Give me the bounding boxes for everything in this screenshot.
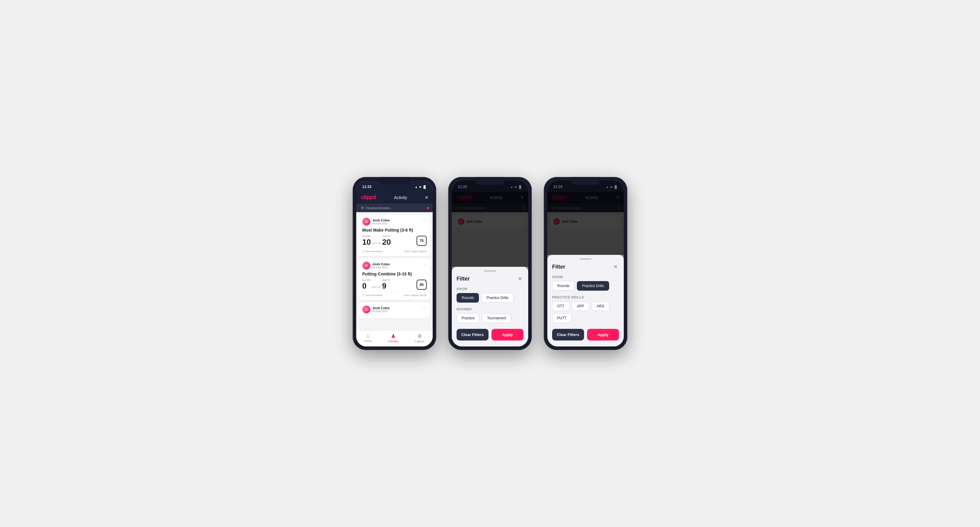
user-info-3: JC Josh Coles 28 Feb 2023 [362, 305, 390, 314]
practice-type-button-2[interactable]: Practice [457, 313, 480, 323]
out-of-1: OUT OF [372, 242, 381, 245]
battery-icon: ▐▌ [423, 185, 427, 189]
status-time-1: 11:33 [362, 185, 371, 189]
shot-quality-badge-2: 45 [417, 279, 427, 290]
avatar-1: JC [362, 217, 371, 226]
ott-button-3[interactable]: OTT [552, 302, 570, 311]
drills-type-buttons-3: OTT APP ARG PUTT [552, 302, 619, 323]
app-header-1: clippd Activity ≡ [356, 192, 433, 203]
filter-footer-2: Clear Filters Apply [457, 329, 523, 340]
activities-icon: ♟ [391, 333, 396, 339]
shot-quality-value-1: 75 [420, 239, 423, 243]
nav-activities[interactable]: ♟ Activities [388, 333, 399, 343]
status-icons-1: ▲ ≋ ▐▌ [415, 185, 427, 189]
score-value-1: 10 [362, 238, 371, 246]
avatar-3: JC [362, 305, 371, 314]
user-name-3: Josh Coles [372, 306, 390, 310]
score-label-2: Score [362, 279, 371, 281]
phone-3: 11:33 ▲ ≋ ▐▌ clippd Activity ≡ ⊞ Viewing… [544, 177, 627, 350]
shot-quality-badge-1: 75 [417, 236, 427, 246]
tournament-type-button-2[interactable]: Tournament [482, 313, 511, 323]
filter-overlay-3: Filter ✕ Show Rounds Practice Drills Pra… [547, 181, 624, 346]
activities-list: JC Josh Coles 28 Feb 2023 ··· Must Make … [356, 212, 433, 330]
avatar-2: JC [362, 262, 371, 270]
activity-title-2: Putting Combine (3-15 ft) [362, 271, 427, 276]
logo-1: clippd [361, 194, 376, 200]
user-date-1: 28 Feb 2023 [372, 222, 390, 225]
filter-backdrop-3[interactable] [547, 181, 624, 255]
nav-home[interactable]: ⌂ Home [364, 333, 371, 343]
shot-quality-value-2: 45 [420, 283, 423, 287]
filter-sheet-2: Filter ✕ Show Rounds Practice Drills Rou… [452, 267, 528, 346]
signal-icon: ▲ [415, 185, 418, 189]
user-name-1: Josh Coles [372, 218, 390, 222]
sheet-handle-3 [579, 259, 592, 260]
filter-icon-1: ⊞ [361, 206, 364, 210]
data-label-1: Data: Clippd Capture [404, 250, 427, 253]
capture-icon: ⊕ [417, 333, 422, 339]
rounds-filter-button-2[interactable]: Rounds [457, 293, 479, 303]
close-filter-button-2[interactable]: ✕ [516, 275, 523, 282]
score-value-2: 0 [362, 282, 371, 290]
activity-card-1: JC Josh Coles 28 Feb 2023 ··· Must Make … [359, 214, 430, 256]
user-name-2: Josh Coles [372, 262, 390, 266]
bottom-nav-1: ⌂ Home ♟ Activities ⊕ Capture [356, 330, 433, 346]
practice-drills-filter-button-2[interactable]: Practice Drills [481, 293, 513, 303]
phone-1: 11:33 ▲ ≋ ▐▌ clippd Activity ≡ ⊞ Viewing… [353, 177, 436, 350]
apply-button-3[interactable]: Apply [587, 329, 619, 340]
shots-label-1: Shots [382, 235, 391, 238]
phone-notch-2 [475, 177, 505, 185]
apply-button-2[interactable]: Apply [492, 329, 523, 340]
filter-title-3: Filter [552, 264, 565, 270]
data-label-2: Data: Clippd Capture [404, 294, 427, 297]
show-buttons-3: Rounds Practice Drills [552, 281, 619, 290]
user-info-2: JC Josh Coles 28 Feb 2023 [362, 262, 390, 270]
score-label-1: Score [362, 235, 371, 238]
nav-home-label: Home [364, 340, 371, 343]
show-label-3: Show [552, 275, 619, 279]
filter-overlay-2: Filter ✕ Show Rounds Practice Drills Rou… [452, 181, 528, 346]
rounds-type-buttons-2: Practice Tournament [457, 313, 523, 323]
show-buttons-2: Rounds Practice Drills [457, 293, 523, 303]
practice-drills-filter-button-3[interactable]: Practice Drills [577, 281, 609, 290]
show-label-2: Show [457, 287, 523, 290]
filter-footer-3: Clear Filters Apply [552, 329, 619, 340]
app-button-3[interactable]: APP [572, 302, 589, 311]
user-date-2: 28 Feb 2023 [372, 266, 390, 269]
drills-section-label-3: Practice Drills [552, 295, 619, 299]
filter-show-section-3: Show Rounds Practice Drills [552, 275, 619, 290]
rounds-filter-button-3[interactable]: Rounds [552, 281, 574, 290]
user-date-3: 28 Feb 2023 [372, 310, 390, 313]
nav-activities-label: Activities [388, 340, 399, 343]
more-button-2[interactable]: ··· [422, 262, 427, 266]
viewing-label-1: Viewing Activities [366, 206, 391, 210]
user-info-1: JC Josh Coles 28 Feb 2023 [362, 217, 390, 226]
clear-filters-button-3[interactable]: Clear Filters [552, 329, 584, 340]
activity-title-1: Must Make Putting (3-6 ft) [362, 228, 427, 232]
header-title-1: Activity [394, 195, 407, 200]
filter-title-2: Filter [457, 276, 470, 282]
more-button-3[interactable]: ··· [422, 305, 427, 310]
filter-rounds-section-2: Rounds Practice Tournament [457, 307, 523, 323]
phone-2: 11:33 ▲ ≋ ▐▌ clippd Activity ≡ ⊞ Viewing… [448, 177, 532, 350]
viewing-banner-1[interactable]: ⊞ Viewing Activities [356, 203, 433, 212]
out-of-2: OUT OF [372, 286, 381, 289]
activity-card-2: JC Josh Coles 28 Feb 2023 ··· Putting Co… [359, 259, 430, 300]
home-icon: ⌂ [366, 333, 370, 339]
menu-button-1[interactable]: ≡ [425, 195, 428, 200]
close-filter-button-3[interactable]: ✕ [612, 263, 619, 270]
activity-card-3: JC Josh Coles 28 Feb 2023 ··· [359, 302, 430, 318]
wifi-icon: ≋ [419, 185, 421, 189]
filter-sheet-3: Filter ✕ Show Rounds Practice Drills Pra… [547, 255, 624, 346]
nav-capture[interactable]: ⊕ Capture [415, 333, 425, 343]
info-label-2: ⓘ Test Information [362, 294, 382, 297]
shots-value-2: 9 [382, 282, 391, 290]
putt-button-3[interactable]: PUTT [552, 313, 571, 323]
info-label-1: ⓘ Test Information [362, 250, 382, 253]
shots-value-1: 20 [382, 238, 391, 246]
more-button-1[interactable]: ··· [422, 217, 427, 222]
arg-button-3[interactable]: ARG [592, 302, 609, 311]
filter-backdrop-2[interactable] [452, 181, 528, 267]
rounds-section-label-2: Rounds [457, 307, 523, 311]
clear-filters-button-2[interactable]: Clear Filters [457, 329, 488, 340]
